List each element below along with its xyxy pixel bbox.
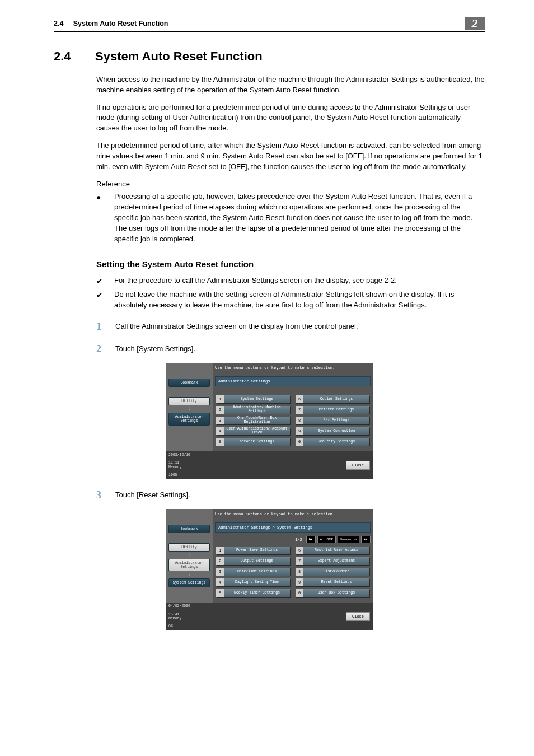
menu-copier-settings[interactable]: 6Copier Settings [296, 395, 369, 403]
instruction-text: Use the menu buttons or keypad to make a… [215, 364, 371, 376]
page-indicator: 1/2 [295, 537, 302, 543]
check-icon: ✔ [96, 290, 104, 311]
header-section-number: 2.4 [54, 20, 63, 27]
check-item: ✔ Do not leave the machine with the sett… [96, 290, 485, 311]
step-number: 2 [96, 344, 105, 355]
step-3: 3 Touch [Reset Settings]. [96, 490, 485, 501]
reference-bullet: ● Processing of a specific job, however,… [96, 192, 485, 244]
utility-button[interactable]: Utility [168, 397, 210, 405]
header-left: 2.4 System Auto Reset Function [54, 18, 168, 29]
running-header: 2.4 System Auto Reset Function 2 [54, 17, 485, 32]
bullet-mark-icon: ● [96, 192, 104, 244]
arrow-down-icon: ↓ [188, 553, 190, 558]
menu-expert-adjustment[interactable]: 7Expert Adjustment [296, 557, 369, 565]
system-settings-button[interactable]: System Settings [168, 578, 210, 587]
step-1: 1 Call the Administrator Settings screen… [96, 321, 485, 333]
section-heading-text: System Auto Reset Function [95, 48, 263, 66]
section-number: 2.4 [54, 48, 82, 66]
step-text: Touch [System Settings]. [115, 344, 195, 355]
header-section-name: System Auto Reset Function [73, 20, 168, 27]
menu-weekly-timer-settings[interactable]: 5Weekly Timer Settings [216, 589, 290, 597]
arrow-down-icon: ↓ [188, 407, 190, 412]
step-number: 1 [96, 321, 105, 333]
menu-one-touch-user-box[interactable]: 3One-Touch/User Box Registration [216, 417, 290, 424]
ui-screenshot-admin-settings: Bookmark Utility ↓ Administrator Setting… [166, 363, 373, 479]
screen-title: Administrator Settings [215, 376, 371, 386]
paragraph-2: If no operations are performed for a pre… [96, 102, 485, 134]
back-first-button[interactable]: ⏮ [306, 536, 316, 543]
menu-admin-machine-settings[interactable]: 2Administrator/ Machine Settings [216, 406, 290, 414]
menu-security-settings[interactable]: 0Security Settings [296, 438, 369, 446]
admin-settings-button[interactable]: Administrator Settings [168, 413, 210, 425]
bookmark-button[interactable]: Bookmark [168, 379, 210, 387]
status-bar: 2008/12/10 11:11 Memory 100% Close [166, 451, 373, 479]
check-item: ✔ For the procedure to call the Administ… [96, 276, 485, 287]
instruction-text: Use the menu buttons or keypad to make a… [215, 510, 371, 522]
step-text: Touch [Reset Settings]. [115, 490, 190, 501]
arrow-down-icon: ↓ [188, 572, 190, 577]
back-button[interactable]: ← Back [317, 536, 336, 543]
section-title: 2.4 System Auto Reset Function [54, 48, 485, 66]
status-left: 2008/12/10 11:11 Memory 100% [168, 453, 190, 477]
step-text: Call the Administrator Settings screen o… [115, 321, 358, 333]
check-text: Do not leave the machine with the settin… [114, 290, 485, 311]
chapter-badge: 2 [465, 17, 485, 30]
menu-output-settings[interactable]: 2Output Settings [216, 557, 290, 565]
status-left: 04/02/2009 15:41 Memory 0% [168, 604, 190, 628]
menu-daylight-saving-time[interactable]: 4Daylight Saving Time [216, 578, 290, 586]
menu-network-settings[interactable]: 5Network Settings [216, 438, 290, 446]
status-bar: 04/02/2009 15:41 Memory 0% Close [166, 603, 373, 630]
menu-grid: 1System Settings 6Copier Settings 2Admin… [215, 394, 371, 449]
close-button[interactable]: Close [346, 612, 370, 621]
pager-row: 1/2 ⏮ ← Back Forward → ⏭ [215, 536, 371, 543]
forward-button[interactable]: Forward → [338, 536, 359, 543]
menu-restrict-user-access[interactable]: 6Restrict User Access [296, 547, 369, 554]
menu-system-settings[interactable]: 1System Settings [216, 395, 290, 403]
menu-user-box-settings[interactable]: 0User Box Settings [296, 589, 369, 597]
menu-user-auth-account-track[interactable]: 4User Authentication/ Account Track [216, 427, 290, 435]
menu-power-save-settings[interactable]: 1Power Save Settings [216, 547, 290, 554]
menu-date-time-settings[interactable]: 3Date/Time Settings [216, 568, 290, 576]
utility-button[interactable]: Utility [168, 543, 210, 552]
admin-settings-button[interactable]: Administrator Settings [168, 559, 210, 571]
menu-system-connection[interactable]: 9System Connection [296, 427, 369, 435]
check-text: For the procedure to call the Administra… [114, 276, 397, 287]
reference-list: ● Processing of a specific job, however,… [96, 192, 485, 244]
step-number: 3 [96, 490, 105, 501]
close-button[interactable]: Close [346, 461, 370, 470]
ui-screenshot-system-settings: Bookmark Utility ↓ Administrator Setting… [166, 509, 373, 630]
menu-printer-settings[interactable]: 7Printer Settings [296, 406, 369, 414]
paragraph-3: The predetermined period of time, after … [96, 141, 485, 172]
paragraph-1: When access to the machine by the Admini… [96, 74, 485, 96]
subheading: Setting the System Auto Reset function [96, 258, 485, 270]
menu-reset-settings[interactable]: 9Reset Settings [296, 578, 369, 586]
menu-list-counter[interactable]: 8List/Counter [296, 568, 369, 576]
check-icon: ✔ [96, 276, 104, 287]
menu-fax-settings[interactable]: 8Fax Settings [296, 417, 369, 424]
reference-label: Reference [96, 179, 485, 190]
screen-title: Administrator Settings > System Settings [215, 522, 371, 533]
step-2: 2 Touch [System Settings]. [96, 344, 485, 355]
bookmark-button[interactable]: Bookmark [168, 525, 210, 533]
menu-grid: 1Power Save Settings 6Restrict User Acce… [215, 545, 371, 600]
forward-last-button[interactable]: ⏭ [361, 536, 371, 543]
reference-bullet-text: Processing of a specific job, however, t… [114, 192, 485, 244]
